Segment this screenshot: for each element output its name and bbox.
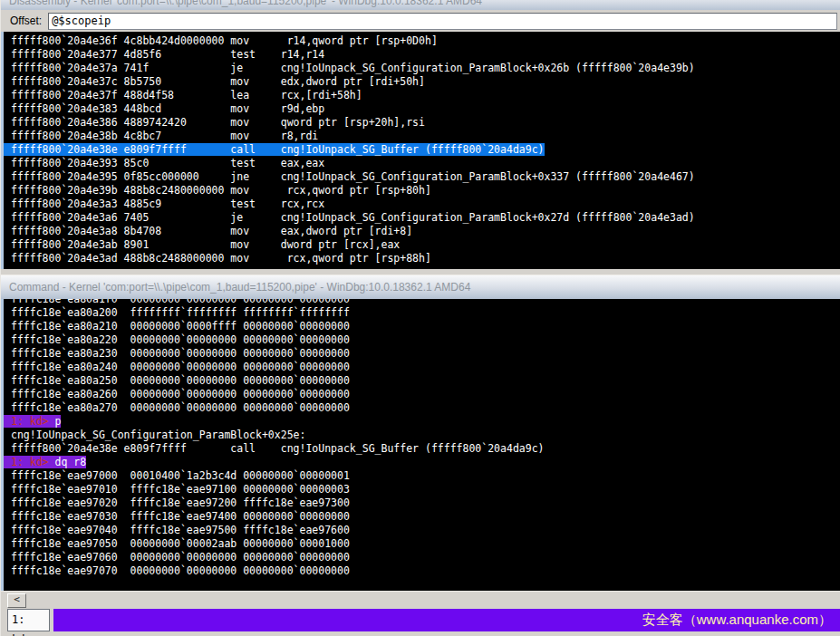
disasm-line[interactable]: fffff800`20a4e3a6 7405 je cng!IoUnpack_S… [11, 211, 840, 225]
output-line: ffffc18e`eae97060 00000000`00000000 0000… [11, 551, 840, 564]
disasm-line[interactable]: fffff800`20a4e3ad 488b8c2488000000 mov r… [11, 252, 840, 265]
disasm-line[interactable]: fffff800`20a4e38b 4c8bc7 mov r8,rdi [11, 130, 840, 143]
output-line: ffffc18e`eae97010 ffffc18e`eae97100 0000… [11, 483, 840, 496]
disasm-line[interactable]: fffff800`20a4e395 0f85cc000000 jne cng!I… [11, 170, 840, 184]
output-line: ffffc18e`ea80a250 00000000`00000000 0000… [11, 374, 840, 388]
output-line: ffffc18e`ea80a230 00000000`00000000 0000… [11, 347, 840, 361]
command-prompt-row: 1: kd> 安全客（www.anquanke.com） [1, 609, 840, 631]
output-line: fffff800`20a4e38e e809f7ffff call cng!Io… [11, 442, 840, 456]
output-line: ffffc18e`ea80a240 00000000`00000000 0000… [11, 361, 840, 374]
disasm-line[interactable]: fffff800`20a4e3ab 8901 mov dword ptr [rc… [11, 238, 840, 252]
output-line: cng!IoUnpack_SG_Configuration_ParamBlock… [11, 429, 840, 442]
output-line: ffffc18e`eae97030 ffffc18e`eae97400 0000… [11, 510, 840, 524]
offset-label: Offset: [10, 14, 42, 27]
output-line: ffffc18e`ea80a270 00000000`00000000 0000… [11, 401, 840, 415]
disasm-line[interactable]: fffff800`20a4e3a8 8b4708 mov eax,dword p… [11, 225, 840, 238]
disasm-line[interactable]: fffff800`20a4e393 85c0 test eax,eax [11, 157, 840, 170]
offset-input[interactable] [48, 13, 837, 30]
output-line: ffffc18e`ea80a220 00000000`00000000 0000… [11, 333, 840, 347]
disassembly-title: Disassembly - Kernel 'com:port=\\.\pipe\… [1, 0, 840, 10]
disasm-line[interactable]: fffff800`20a4e383 448bcd mov r9d,ebp [11, 102, 840, 116]
disasm-line[interactable]: fffff800`20a4e38e e809f7ffff call cng!Io… [11, 143, 840, 157]
output-line: ffffc18e`ea80a200 ffffffff`ffffffff ffff… [11, 306, 840, 320]
disasm-line[interactable]: fffff800`20a4e386 4889742420 mov qword p… [11, 116, 840, 130]
output-line: ffffc18e`eae97020 ffffc18e`eae97200 ffff… [11, 496, 840, 510]
command-titlebar[interactable]: Command - Kernel 'com:port=\\.\pipe\com_… [1, 275, 840, 299]
disasm-line[interactable]: fffff800`20a4e37c 8b5750 mov edx,dword p… [11, 75, 840, 89]
command-input-area[interactable]: 安全客（www.anquanke.com） [53, 609, 840, 631]
disasm-line[interactable]: fffff800`20a4e39b 488b8c2480000000 mov r… [11, 184, 840, 198]
output-line: ffffc18e`ea80a260 00000000`00000000 0000… [11, 388, 840, 401]
command-input[interactable] [53, 608, 642, 632]
disasm-line[interactable]: fffff800`20a4e377 4d85f6 test r14,r14 [11, 48, 840, 62]
output-line: ffffc18e`ea80a1f0 00000000`00000000 0000… [11, 299, 840, 306]
disassembly-titlebar[interactable]: Disassembly - Kernel 'com:port=\\.\pipe\… [1, 0, 840, 10]
scroll-left-icon[interactable]: < [7, 593, 26, 608]
command-output: ffffc18e`ea80a1f0 00000000`00000000 0000… [1, 299, 840, 591]
output-line: ffffc18e`eae97000 00010400`1a2b3c4d 0000… [11, 469, 840, 483]
windbg-application: Disassembly - Kernel 'com:port=\\.\pipe\… [0, 0, 840, 636]
disasm-line[interactable]: fffff800`20a4e36f 4c8bb424d0000000 mov r… [11, 34, 840, 48]
output-line: ffffc18e`eae97050 00000000`00002aab 0000… [11, 537, 840, 551]
disasm-line[interactable]: fffff800`20a4e3a3 4885c9 test rcx,rcx [11, 198, 840, 211]
output-line: ffffc18e`eae97040 ffffc18e`eae97500 ffff… [11, 524, 840, 537]
watermark-text: 安全客（www.anquanke.com） [642, 612, 832, 629]
output-line: ffffc18e`eae97070 00000000`00000000 0000… [11, 564, 840, 578]
output-line: ffffc18e`ea80a210 00000000`0000ffff 0000… [11, 320, 840, 333]
offset-toolbar: Offset: [1, 10, 840, 32]
disassembly-lines: fffff800`20a4e36f 4c8bb424d0000000 mov r… [1, 32, 840, 269]
disasm-line[interactable]: fffff800`20a4e37a 741f je cng!IoUnpack_S… [11, 62, 840, 75]
horizontal-scrollbar[interactable]: < [1, 591, 840, 608]
command-entry-line: 1: kd> dq r8 [11, 456, 840, 469]
command-entry-line: 1: kd> p [11, 415, 840, 429]
disasm-line[interactable]: fffff800`20a4e37f 488d4f58 lea rcx,[rdi+… [11, 89, 840, 102]
kd-prompt-label: 1: kd> [7, 609, 50, 631]
